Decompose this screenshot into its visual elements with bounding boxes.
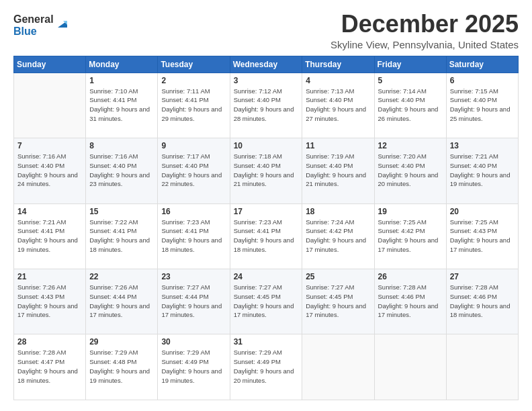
sunset-text: Sunset: 4:43 PM [17,293,64,300]
daylight-text: Daylight: 9 hours and 23 minutes. [89,171,150,188]
day-info: Sunrise: 7:28 AM Sunset: 4:46 PM Dayligh… [450,283,515,320]
table-row: 9 Sunrise: 7:17 AM Sunset: 4:40 PM Dayli… [158,138,230,203]
day-number: 24 [234,272,299,281]
table-row: 31 Sunrise: 7:29 AM Sunset: 4:49 PM Dayl… [230,334,302,400]
sunrise-text: Sunrise: 7:26 AM [89,283,138,291]
day-number: 20 [450,207,515,216]
table-row: 5 Sunrise: 7:14 AM Sunset: 4:40 PM Dayli… [374,73,446,138]
table-row: 3 Sunrise: 7:12 AM Sunset: 4:40 PM Dayli… [230,73,302,138]
day-number: 7 [17,141,82,150]
day-number: 23 [161,272,226,281]
day-number: 4 [306,76,370,85]
sunrise-text: Sunrise: 7:28 AM [450,283,498,291]
daylight-text: Daylight: 9 hours and 19 minutes. [89,367,150,384]
sunset-text: Sunset: 4:40 PM [234,162,281,169]
table-row: 2 Sunrise: 7:11 AM Sunset: 4:41 PM Dayli… [158,73,230,138]
title-section: December 2025 Skyline View, Pennsylvania… [330,11,519,50]
sunrise-text: Sunrise: 7:24 AM [306,218,354,226]
sunrise-text: Sunrise: 7:22 AM [89,218,138,226]
sunset-text: Sunset: 4:41 PM [161,227,208,234]
day-number: 8 [89,141,154,150]
sunrise-text: Sunrise: 7:29 AM [89,349,138,356]
calendar-week-2: 7 Sunrise: 7:16 AM Sunset: 4:40 PM Dayli… [14,138,519,203]
day-number: 26 [378,272,443,281]
daylight-text: Daylight: 9 hours and 28 minutes. [234,105,294,122]
sunset-text: Sunset: 4:41 PM [89,227,136,234]
daylight-text: Daylight: 9 hours and 18 minutes. [234,236,294,253]
sunrise-text: Sunrise: 7:21 AM [450,152,498,160]
daylight-text: Daylight: 9 hours and 20 minutes. [234,367,294,384]
daylight-text: Daylight: 9 hours and 21 minutes. [234,171,294,188]
day-number: 17 [234,207,299,216]
table-row: 12 Sunrise: 7:20 AM Sunset: 4:40 PM Dayl… [374,138,446,203]
sunrise-text: Sunrise: 7:11 AM [161,87,210,95]
table-row: 27 Sunrise: 7:28 AM Sunset: 4:46 PM Dayl… [446,269,518,334]
sunset-text: Sunset: 4:40 PM [161,162,208,169]
sunset-text: Sunset: 4:49 PM [234,358,281,365]
sunrise-text: Sunrise: 7:20 AM [378,152,427,160]
sunrise-text: Sunrise: 7:25 AM [450,218,498,226]
table-row: 17 Sunrise: 7:23 AM Sunset: 4:41 PM Dayl… [230,203,302,269]
day-info: Sunrise: 7:27 AM Sunset: 4:44 PM Dayligh… [161,283,226,320]
daylight-text: Daylight: 9 hours and 17 minutes. [378,236,439,253]
header-thursday: Thursday [302,56,374,73]
day-info: Sunrise: 7:21 AM Sunset: 4:41 PM Dayligh… [17,218,82,255]
sunset-text: Sunset: 4:41 PM [89,96,136,103]
sunrise-text: Sunrise: 7:17 AM [161,152,210,160]
day-info: Sunrise: 7:29 AM Sunset: 4:48 PM Dayligh… [89,348,154,385]
day-number: 29 [89,337,154,347]
sunrise-text: Sunrise: 7:27 AM [306,283,354,291]
day-info: Sunrise: 7:17 AM Sunset: 4:40 PM Dayligh… [161,152,226,189]
calendar-header-row: Sunday Monday Tuesday Wednesday Thursday… [14,56,519,73]
table-row: 28 Sunrise: 7:28 AM Sunset: 4:47 PM Dayl… [14,334,86,400]
header-saturday: Saturday [446,56,518,73]
table-row: 11 Sunrise: 7:19 AM Sunset: 4:40 PM Dayl… [302,138,374,203]
sunset-text: Sunset: 4:40 PM [450,96,497,103]
daylight-text: Daylight: 9 hours and 20 minutes. [378,171,439,188]
table-row: 30 Sunrise: 7:29 AM Sunset: 4:49 PM Dayl… [158,334,230,400]
page: General Blue December 2025 Skyline View,… [0,0,532,411]
sunset-text: Sunset: 4:40 PM [17,162,64,169]
table-row: 22 Sunrise: 7:26 AM Sunset: 4:44 PM Dayl… [86,269,158,334]
sunset-text: Sunset: 4:40 PM [306,96,353,103]
sunrise-text: Sunrise: 7:16 AM [17,152,66,160]
sunrise-text: Sunrise: 7:29 AM [161,349,210,356]
table-row: 29 Sunrise: 7:29 AM Sunset: 4:48 PM Dayl… [86,334,158,400]
day-number: 28 [17,337,82,347]
table-row: 26 Sunrise: 7:28 AM Sunset: 4:46 PM Dayl… [374,269,446,334]
sunset-text: Sunset: 4:40 PM [378,96,425,103]
day-number: 16 [161,207,226,216]
day-number: 22 [89,272,154,281]
daylight-text: Daylight: 9 hours and 19 minutes. [17,236,78,253]
day-info: Sunrise: 7:13 AM Sunset: 4:40 PM Dayligh… [306,87,370,124]
table-row: 20 Sunrise: 7:25 AM Sunset: 4:43 PM Dayl… [446,203,518,269]
day-number: 13 [450,141,515,150]
day-number: 3 [234,76,299,85]
table-row: 15 Sunrise: 7:22 AM Sunset: 4:41 PM Dayl… [86,203,158,269]
header-tuesday: Tuesday [158,56,230,73]
table-row: 10 Sunrise: 7:18 AM Sunset: 4:40 PM Dayl… [230,138,302,203]
daylight-text: Daylight: 9 hours and 24 minutes. [17,171,78,188]
daylight-text: Daylight: 9 hours and 19 minutes. [450,171,511,188]
day-info: Sunrise: 7:27 AM Sunset: 4:45 PM Dayligh… [306,283,370,320]
table-row: 23 Sunrise: 7:27 AM Sunset: 4:44 PM Dayl… [158,269,230,334]
sunrise-text: Sunrise: 7:27 AM [161,283,210,291]
calendar-week-5: 28 Sunrise: 7:28 AM Sunset: 4:47 PM Dayl… [14,334,519,400]
table-row: 18 Sunrise: 7:24 AM Sunset: 4:42 PM Dayl… [302,203,374,269]
sunset-text: Sunset: 4:40 PM [450,162,497,169]
day-number: 27 [450,272,515,281]
sunrise-text: Sunrise: 7:18 AM [234,152,282,160]
daylight-text: Daylight: 9 hours and 21 minutes. [306,171,366,188]
daylight-text: Daylight: 9 hours and 17 minutes. [378,302,439,319]
day-info: Sunrise: 7:16 AM Sunset: 4:40 PM Dayligh… [17,152,82,189]
sunrise-text: Sunrise: 7:28 AM [378,283,427,291]
sunset-text: Sunset: 4:47 PM [17,358,64,365]
day-info: Sunrise: 7:11 AM Sunset: 4:41 PM Dayligh… [161,87,226,124]
daylight-text: Daylight: 9 hours and 17 minutes. [306,302,366,319]
day-number: 2 [161,76,226,85]
calendar-table: Sunday Monday Tuesday Wednesday Thursday… [13,56,519,400]
day-number: 10 [234,141,299,150]
table-row: 8 Sunrise: 7:16 AM Sunset: 4:40 PM Dayli… [86,138,158,203]
daylight-text: Daylight: 9 hours and 17 minutes. [17,302,78,319]
sunrise-text: Sunrise: 7:27 AM [234,283,282,291]
